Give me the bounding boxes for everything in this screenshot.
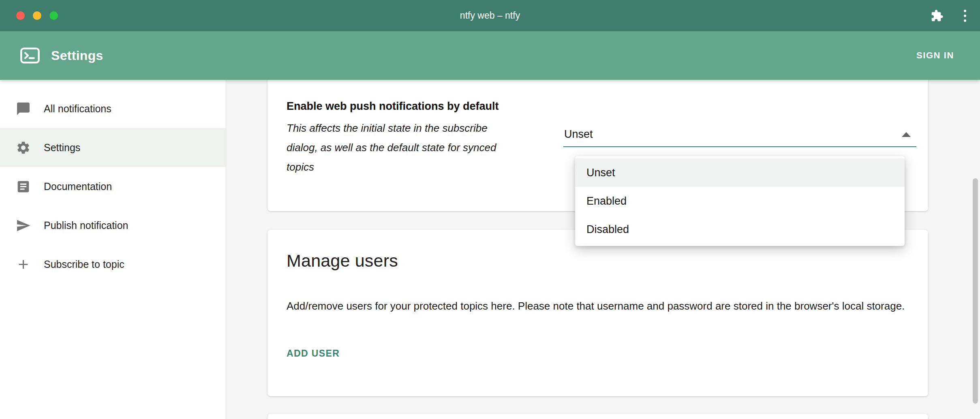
sidebar-item-subscribe-to-topic[interactable]: Subscribe to topic — [0, 245, 226, 284]
manage-users-card: Manage users Add/remove users for your p… — [267, 230, 928, 396]
ntfy-logo-icon — [19, 45, 41, 66]
sidebar-item-label: Settings — [44, 142, 80, 154]
setting-description: This affects the initial state in the su… — [287, 118, 514, 177]
gear-icon — [16, 140, 31, 155]
window-minimize-button[interactable] — [33, 11, 41, 20]
dropdown-option-disabled[interactable]: Disabled — [575, 215, 905, 244]
scrollbar-thumb[interactable] — [973, 178, 978, 404]
dropdown-option-unset[interactable]: Unset — [575, 158, 905, 187]
plus-icon — [16, 257, 31, 272]
sidebar-item-settings[interactable]: Settings — [0, 128, 226, 167]
add-user-button[interactable]: ADD USER — [287, 346, 340, 361]
setting-text-block: Enable web push notifications by default… — [287, 80, 563, 177]
window-zoom-button[interactable] — [49, 11, 58, 20]
select-dropdown-menu: Unset Enabled Disabled — [575, 156, 905, 246]
article-icon — [16, 179, 31, 194]
sidebar: All notifications Settings Documentation… — [0, 80, 226, 419]
window-close-button[interactable] — [16, 11, 25, 20]
page-title: Settings — [51, 48, 103, 63]
window-controls — [16, 0, 58, 31]
chat-bubble-icon — [16, 101, 31, 116]
sidebar-item-label: Documentation — [44, 181, 112, 192]
next-card-partial — [267, 414, 928, 419]
send-icon — [16, 218, 31, 233]
sidebar-item-label: All notifications — [44, 103, 111, 115]
dropdown-option-enabled[interactable]: Enabled — [575, 187, 905, 215]
browser-menu-icon[interactable] — [961, 7, 969, 24]
manage-users-title: Manage users — [287, 251, 909, 271]
setting-title: Enable web push notifications by default — [287, 100, 563, 113]
main-content: Enable web push notifications by default… — [227, 80, 980, 419]
extensions-icon[interactable] — [931, 9, 944, 22]
titlebar-actions — [931, 0, 969, 31]
window-titlebar: ntfy web – ntfy — [0, 0, 980, 31]
sidebar-item-label: Subscribe to topic — [44, 259, 124, 270]
arrow-drop-up-icon — [902, 132, 911, 137]
app-bar: Settings SIGN IN — [0, 31, 980, 80]
sidebar-item-label: Publish notification — [44, 220, 128, 231]
sidebar-item-documentation[interactable]: Documentation — [0, 167, 226, 206]
sidebar-item-all-notifications[interactable]: All notifications — [0, 89, 226, 128]
window-title: ntfy web – ntfy — [0, 0, 980, 31]
manage-users-description: Add/remove users for your protected topi… — [287, 297, 909, 316]
web-push-default-select[interactable]: Unset — [563, 128, 916, 147]
sidebar-item-publish-notification[interactable]: Publish notification — [0, 206, 226, 245]
select-value: Unset — [564, 128, 593, 140]
sign-in-button[interactable]: SIGN IN — [909, 45, 961, 66]
